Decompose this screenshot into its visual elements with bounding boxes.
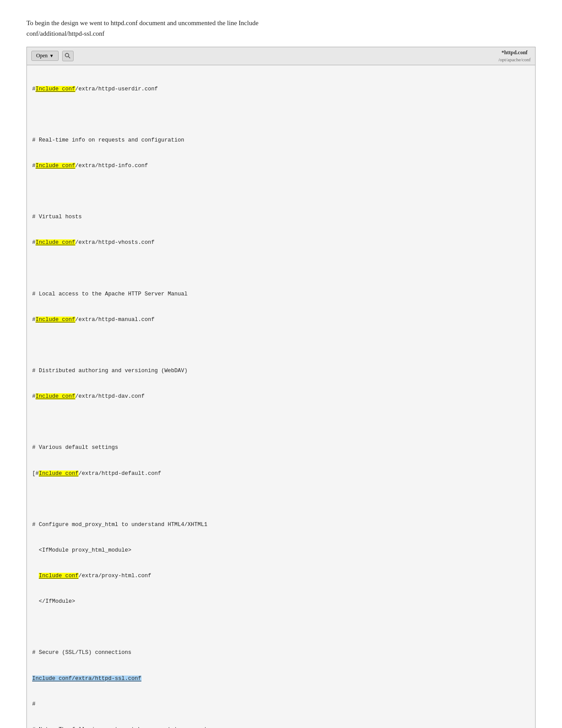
editor-line — [27, 187, 535, 196]
editor-line: #Include conf/extra/httpd-dav.conf — [27, 392, 535, 401]
editor-line — [27, 341, 535, 350]
editor-line: # Local access to the Apache HTTP Server… — [27, 290, 535, 299]
editor-line: #Include conf/extra/httpd-userdir.conf — [27, 85, 535, 93]
editor-line: Include conf/extra/proxy-html.conf — [27, 572, 535, 580]
editor-line — [27, 265, 535, 273]
editor-line — [27, 111, 535, 119]
editor-line: # Various default settings — [27, 444, 535, 452]
editor-line: #Include conf/extra/httpd-vhosts.conf — [27, 239, 535, 247]
editor-line — [27, 418, 535, 426]
editor-line — [27, 495, 535, 504]
editor-line: # Secure (SSL/TLS) connections — [27, 649, 535, 657]
search-icon-1[interactable] — [62, 51, 74, 61]
editor-line: # Real-time info on requests and configu… — [27, 136, 535, 145]
editor-line: # Distributed authoring and versioning (… — [27, 367, 535, 375]
editor-line: Include conf/extra/httpd-ssl.conf — [27, 675, 535, 683]
editor-title-1: *httpd.conf /opt/apache/conf — [499, 49, 531, 63]
svg-point-0 — [65, 53, 69, 57]
editor-line: <IfModule proxy_html_module> — [27, 546, 535, 555]
editor-toolbar-1: Open ▼ *httpd.conf /opt/apache/conf — [27, 47, 535, 65]
svg-line-1 — [68, 56, 70, 58]
open-button-1[interactable]: Open ▼ — [31, 51, 59, 61]
editor-block-1: Open ▼ *httpd.conf /opt/apache/conf #Inc… — [26, 47, 536, 728]
editor-line: # Configure mod_proxy_html to understand… — [27, 521, 535, 529]
editor-line — [27, 623, 535, 631]
editor-line: [#Include conf/extra/httpd-default.conf — [27, 470, 535, 478]
intro-paragraph-1: To begin the design we went to httpd.con… — [26, 18, 536, 39]
editor-line: # Virtual hosts — [27, 213, 535, 221]
editor-line: # — [27, 700, 535, 709]
editor-content-1: #Include conf/extra/httpd-userdir.conf #… — [27, 65, 535, 728]
editor-line: #Include conf/extra/httpd-info.conf — [27, 162, 535, 170]
editor-line: # Note: The following must must be prese… — [27, 726, 535, 728]
editor-line: </IfModule> — [27, 597, 535, 606]
editor-line: #Include conf/extra/httpd-manual.conf — [27, 316, 535, 324]
